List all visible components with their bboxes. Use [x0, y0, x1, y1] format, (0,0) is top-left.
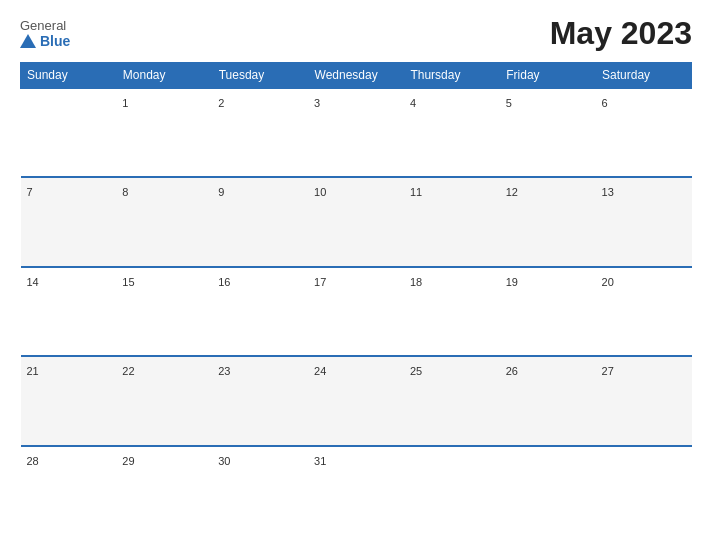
- day-number-23: 23: [218, 365, 230, 377]
- header-wednesday: Wednesday: [308, 63, 404, 89]
- calendar-container: General Blue May 2023 Sunday Monday Tues…: [0, 0, 712, 550]
- day-number-9: 9: [218, 186, 224, 198]
- header-sunday: Sunday: [21, 63, 117, 89]
- day-cell-3-2: 23: [212, 356, 308, 445]
- day-cell-1-6: 13: [596, 177, 692, 266]
- day-number-19: 19: [506, 276, 518, 288]
- day-number-13: 13: [602, 186, 614, 198]
- week-row-3: 14151617181920: [21, 267, 692, 356]
- week-row-5: 28293031: [21, 446, 692, 535]
- day-cell-1-3: 10: [308, 177, 404, 266]
- day-number-18: 18: [410, 276, 422, 288]
- day-number-7: 7: [27, 186, 33, 198]
- day-number-1: 1: [122, 97, 128, 109]
- day-number-17: 17: [314, 276, 326, 288]
- header-saturday: Saturday: [596, 63, 692, 89]
- day-number-4: 4: [410, 97, 416, 109]
- day-cell-1-5: 12: [500, 177, 596, 266]
- day-cell-4-2: 30: [212, 446, 308, 535]
- day-cell-1-2: 9: [212, 177, 308, 266]
- day-cell-3-6: 27: [596, 356, 692, 445]
- day-number-28: 28: [27, 455, 39, 467]
- day-cell-3-0: 21: [21, 356, 117, 445]
- day-number-5: 5: [506, 97, 512, 109]
- day-cell-1-1: 8: [116, 177, 212, 266]
- day-number-26: 26: [506, 365, 518, 377]
- day-number-25: 25: [410, 365, 422, 377]
- day-cell-1-4: 11: [404, 177, 500, 266]
- day-cell-0-6: 6: [596, 88, 692, 177]
- day-cell-0-4: 4: [404, 88, 500, 177]
- day-cell-0-5: 5: [500, 88, 596, 177]
- day-cell-4-4: [404, 446, 500, 535]
- logo-blue-text: Blue: [20, 33, 70, 49]
- day-cell-2-4: 18: [404, 267, 500, 356]
- day-number-6: 6: [602, 97, 608, 109]
- day-number-8: 8: [122, 186, 128, 198]
- day-number-24: 24: [314, 365, 326, 377]
- day-cell-0-2: 2: [212, 88, 308, 177]
- day-cell-0-3: 3: [308, 88, 404, 177]
- day-cell-4-1: 29: [116, 446, 212, 535]
- day-cell-2-0: 14: [21, 267, 117, 356]
- day-cell-3-4: 25: [404, 356, 500, 445]
- day-number-11: 11: [410, 186, 422, 198]
- day-cell-4-3: 31: [308, 446, 404, 535]
- week-row-1: 123456: [21, 88, 692, 177]
- header-friday: Friday: [500, 63, 596, 89]
- day-number-21: 21: [27, 365, 39, 377]
- day-cell-2-1: 15: [116, 267, 212, 356]
- day-cell-4-0: 28: [21, 446, 117, 535]
- day-number-12: 12: [506, 186, 518, 198]
- day-cell-4-5: [500, 446, 596, 535]
- day-number-2: 2: [218, 97, 224, 109]
- day-cell-2-6: 20: [596, 267, 692, 356]
- day-number-27: 27: [602, 365, 614, 377]
- day-cell-3-5: 26: [500, 356, 596, 445]
- calendar-table: Sunday Monday Tuesday Wednesday Thursday…: [20, 62, 692, 535]
- header-monday: Monday: [116, 63, 212, 89]
- day-number-10: 10: [314, 186, 326, 198]
- day-number-14: 14: [27, 276, 39, 288]
- month-title: May 2023: [550, 15, 692, 52]
- day-cell-1-0: 7: [21, 177, 117, 266]
- logo: General Blue: [20, 18, 70, 50]
- day-number-31: 31: [314, 455, 326, 467]
- week-row-4: 21222324252627: [21, 356, 692, 445]
- day-cell-0-1: 1: [116, 88, 212, 177]
- day-number-30: 30: [218, 455, 230, 467]
- day-number-3: 3: [314, 97, 320, 109]
- day-cell-2-2: 16: [212, 267, 308, 356]
- days-header-row: Sunday Monday Tuesday Wednesday Thursday…: [21, 63, 692, 89]
- day-number-15: 15: [122, 276, 134, 288]
- day-number-16: 16: [218, 276, 230, 288]
- day-cell-3-3: 24: [308, 356, 404, 445]
- day-number-22: 22: [122, 365, 134, 377]
- day-cell-2-3: 17: [308, 267, 404, 356]
- day-cell-4-6: [596, 446, 692, 535]
- day-number-29: 29: [122, 455, 134, 467]
- day-cell-0-0: [21, 88, 117, 177]
- header-tuesday: Tuesday: [212, 63, 308, 89]
- week-row-2: 78910111213: [21, 177, 692, 266]
- day-cell-2-5: 19: [500, 267, 596, 356]
- logo-triangle-icon: [20, 34, 36, 48]
- day-cell-3-1: 22: [116, 356, 212, 445]
- header-thursday: Thursday: [404, 63, 500, 89]
- calendar-header: General Blue May 2023: [20, 15, 692, 52]
- logo-general-text: General: [20, 18, 66, 34]
- day-number-20: 20: [602, 276, 614, 288]
